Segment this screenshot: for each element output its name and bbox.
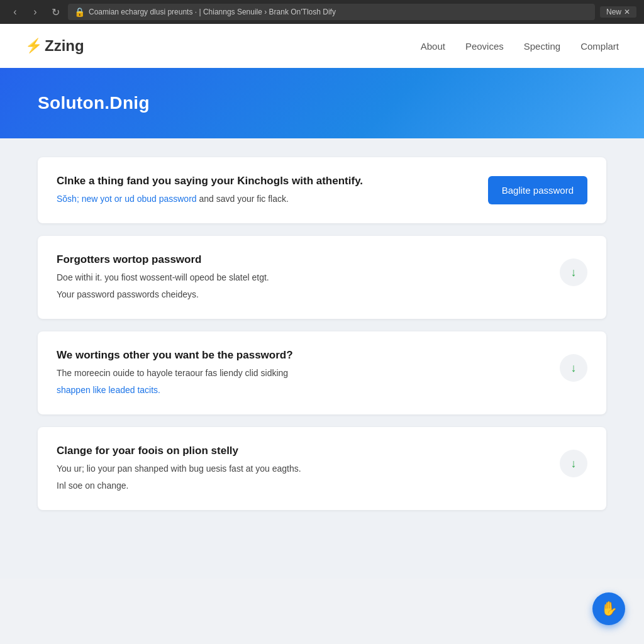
tab-area: New ✕	[600, 6, 636, 18]
chevron-down-icon-2: ↓	[571, 362, 577, 375]
card-text-3: Clange for yoar foois on plion stelly Yo…	[57, 445, 541, 492]
logo-icon: ⚡	[25, 38, 42, 54]
hero-banner: Soluton.Dnig	[0, 68, 644, 138]
card-description-2: The moreecin ouide to hayole teraour fas…	[57, 367, 541, 380]
nav-links: About Peovices Specting Complart	[421, 41, 619, 52]
card-title-2: We wortings other you want be the passwo…	[57, 349, 541, 362]
card-extra-text-1: Your password passwords cheideys.	[57, 288, 541, 301]
change-password-card: Clange for yoar foois on plion stelly Yo…	[38, 427, 606, 510]
card-title-0: Clnke a thing fand you saying your Kinch…	[57, 175, 469, 187]
chevron-down-icon-3: ↓	[571, 457, 577, 470]
expand-button-1[interactable]: ↓	[560, 258, 587, 286]
fab-icon: ✋	[601, 601, 618, 617]
navbar: ⚡ Zzing About Peovices Specting Complart	[0, 24, 644, 68]
expand-button-2[interactable]: ↓	[560, 354, 587, 382]
expand-button-3[interactable]: ↓	[560, 450, 587, 477]
nav-peovices[interactable]: Peovices	[465, 41, 504, 52]
card-text-1: Forgotters wortop password Doe withi it.…	[57, 253, 541, 301]
back-button[interactable]: ‹	[8, 4, 23, 19]
nav-about[interactable]: About	[421, 41, 445, 52]
logo-area: ⚡ Zzing	[25, 37, 84, 55]
card-text-2: We wortings other you want be the passwo…	[57, 349, 541, 397]
card-title-3: Clange for yoar foois on plion stelly	[57, 445, 541, 457]
password-action-button[interactable]: Baglite password	[488, 176, 587, 204]
card-action-2: ↓	[560, 354, 587, 382]
card-action-1: ↓	[560, 258, 587, 286]
card-description-3: You ur; lio your pan shanped with bug ue…	[57, 462, 541, 475]
card-description-1: Doe withi it. you fiost wossent-will ope…	[57, 271, 541, 284]
logo-text: Zzing	[45, 37, 84, 55]
card-link-0[interactable]: Sŏsh; new yot or ud obud password	[57, 194, 197, 204]
card-desc-text-0: and savd your fic flack.	[199, 194, 288, 204]
card-action-0: Baglite password	[488, 176, 587, 204]
fab-button[interactable]: ✋	[592, 592, 625, 625]
browser-chrome: ‹ › ↻ 🔒 Coamian echargy dlusi preunts · …	[0, 0, 644, 24]
new-tab[interactable]: New ✕	[600, 6, 636, 18]
forgotten-password-card: Forgotters wortop password Doe withi it.…	[38, 236, 606, 319]
chevron-down-icon-1: ↓	[571, 266, 577, 279]
card-text-0: Clnke a thing fand you saying your Kinch…	[57, 175, 469, 206]
lock-icon: 🔒	[74, 7, 85, 17]
forward-button[interactable]: ›	[28, 4, 43, 19]
address-text: Coamian echargy dlusi preunts · | Chiann…	[89, 8, 336, 16]
nav-specting[interactable]: Specting	[524, 41, 560, 52]
card-title-1: Forgotters wortop password	[57, 253, 541, 266]
password-banner-card: Clnke a thing fand you saying your Kinch…	[38, 157, 606, 223]
card-desc-span-2: The moreecin ouide to hayole teraour fas…	[57, 368, 288, 378]
card-extra-text-2: shappen like leaded tacits.	[57, 384, 541, 397]
refresh-button[interactable]: ↻	[48, 4, 63, 19]
card-action-3: ↓	[560, 450, 587, 477]
card-extra-text-3: Inl soe on change.	[57, 479, 541, 492]
address-bar[interactable]: 🔒 Coamian echargy dlusi preunts · | Chia…	[68, 4, 595, 20]
card-link-2[interactable]: shappen like leaded tacits.	[57, 385, 160, 395]
card-description-0: Sŏsh; new yot or ud obud password and sa…	[57, 192, 469, 206]
nav-complart[interactable]: Complart	[580, 41, 619, 52]
close-tab-icon[interactable]: ✕	[624, 8, 630, 16]
wortings-password-card: We wortings other you want be the passwo…	[38, 331, 606, 414]
main-content: Clnke a thing fand you saying your Kinch…	[0, 138, 644, 579]
hero-title: Soluton.Dnig	[38, 93, 606, 113]
new-tab-label: New	[606, 8, 621, 16]
